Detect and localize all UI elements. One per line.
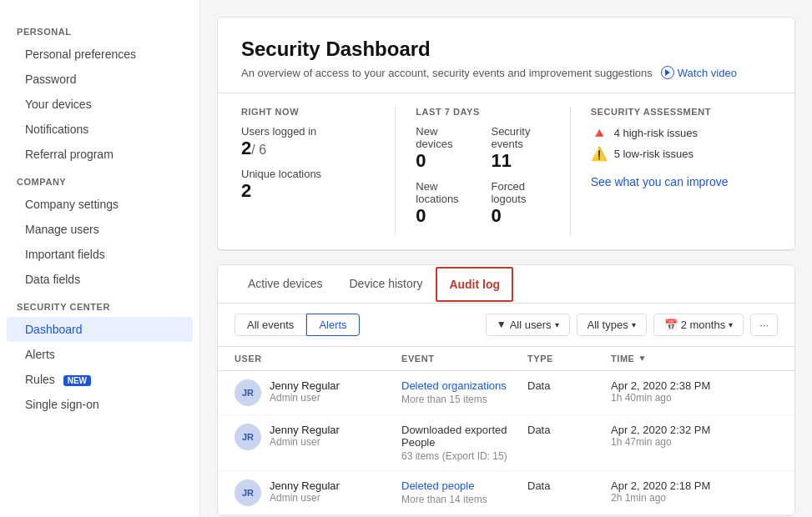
users-logged-in-stat: Users logged in 2/ 6 <box>241 125 375 159</box>
new-locations-stat: New locations 0 <box>416 180 474 227</box>
event-cell: Deleted organizations More than 15 items <box>401 379 527 405</box>
stats-grid: RIGHT NOW Users logged in 2/ 6 Unique lo… <box>218 93 794 250</box>
filters-row: All events Alerts ▼ All users ▾ All type… <box>218 304 794 347</box>
user-role: Admin user <box>270 436 340 448</box>
dashboard-subtitle: An overview of access to your account, s… <box>241 66 771 79</box>
table-row: JR Jenny Regular Admin user Deleted peop… <box>218 471 794 515</box>
table-row-inner: JR Jenny Regular Admin user Deleted peop… <box>218 471 794 514</box>
event-link[interactable]: Deleted organizations <box>401 379 527 392</box>
tab-active-devices[interactable]: Active devices <box>235 265 335 304</box>
tab-audit-log[interactable]: Audit log <box>436 267 513 302</box>
avatar: JR <box>235 479 261 506</box>
main-content: Security Dashboard An overview of access… <box>200 0 812 517</box>
security-dashboard-card: Security Dashboard An overview of access… <box>217 17 795 251</box>
event-sub: More than 15 items <box>401 394 527 405</box>
play-triangle <box>665 69 670 76</box>
sidebar-item-dashboard[interactable]: Dashboard <box>7 317 193 342</box>
security-events-stat: Security events 11 <box>491 125 549 172</box>
alerts-button[interactable]: Alerts <box>306 314 359 336</box>
user-cell: JR Jenny Regular Admin user <box>235 479 401 506</box>
high-risk-text: 4 high-risk issues <box>614 127 698 139</box>
sidebar-item-important-fields[interactable]: Important fields <box>0 242 199 267</box>
event-cell: Deleted people More than 14 items <box>401 479 527 505</box>
event-cell: Downloaded exported People 63 items (Exp… <box>401 424 527 462</box>
forced-logouts-value: 0 <box>491 205 549 227</box>
users-logged-in-value: 2/ 6 <box>241 138 375 159</box>
table-header: USER EVENT TYPE TIME ▼ <box>218 347 794 371</box>
last7-label: LAST 7 DAYS <box>416 107 549 117</box>
more-options-button[interactable]: ··· <box>750 314 778 336</box>
security-events-value: 11 <box>491 150 549 172</box>
rules-new-badge: NEW <box>63 375 91 386</box>
col-type: TYPE <box>527 354 611 364</box>
sidebar-item-single-sign-on[interactable]: Single sign-on <box>0 392 199 417</box>
col-time: TIME ▼ <box>611 354 778 364</box>
sidebar-item-personal-preferences[interactable]: Personal preferences <box>0 42 199 67</box>
sidebar-item-notifications[interactable]: Notifications <box>0 117 199 142</box>
forced-logouts-label: Forced logouts <box>491 180 549 205</box>
low-risk-item: ⚠️ 5 low-risk issues <box>591 146 751 162</box>
user-name: Jenny Regular <box>270 424 340 436</box>
all-types-caret: ▾ <box>632 320 636 329</box>
user-info: Jenny Regular Admin user <box>270 379 340 404</box>
dashboard-title: Security Dashboard <box>241 38 771 61</box>
sidebar-item-company-settings[interactable]: Company settings <box>0 192 199 217</box>
tabs-header: Active devices Device history Audit log <box>218 265 794 304</box>
type-cell: Data <box>527 379 611 392</box>
table-body: JR Jenny Regular Admin user Deleted orga… <box>218 371 794 515</box>
time-cell: Apr 2, 2020 2:18 PM 2h 1min ago <box>611 479 778 504</box>
avatar: JR <box>235 379 261 406</box>
all-events-button[interactable]: All events <box>235 314 306 336</box>
table-row-inner: JR Jenny Regular Admin user Downloaded e… <box>218 415 794 470</box>
all-types-filter[interactable]: All types ▾ <box>577 314 647 336</box>
user-info: Jenny Regular Admin user <box>270 424 340 448</box>
event-sub: 63 items (Export ID: 15) <box>401 450 527 462</box>
stats-security-assessment: SECURITY ASSESSMENT 🔺 4 high-risk issues… <box>570 107 771 236</box>
time-ago: 2h 1min ago <box>611 492 778 504</box>
sidebar-item-password[interactable]: Password <box>0 67 199 92</box>
watch-video-link[interactable]: Watch video <box>661 66 737 79</box>
time-range-filter[interactable]: 📅 2 months ▾ <box>653 314 744 336</box>
col-event: EVENT <box>401 354 527 364</box>
security-section-title: SECURITY CENTER <box>0 292 199 317</box>
sidebar-item-referral-program[interactable]: Referral program <box>0 142 199 167</box>
type-cell: Data <box>527 424 611 436</box>
time-date: Apr 2, 2020 2:32 PM <box>611 424 778 436</box>
sidebar-item-data-fields[interactable]: Data fields <box>0 267 199 292</box>
new-devices-label: New devices <box>416 125 474 150</box>
high-risk-item: 🔺 4 high-risk issues <box>591 125 751 141</box>
new-locations-label: New locations <box>416 180 474 205</box>
low-risk-text: 5 low-risk issues <box>614 148 693 160</box>
sidebar-item-your-devices[interactable]: Your devices <box>0 92 199 117</box>
dashboard-header: Security Dashboard An overview of access… <box>218 18 794 93</box>
sidebar-item-manage-users[interactable]: Manage users <box>0 217 199 242</box>
sort-arrow-icon: ▼ <box>638 354 646 363</box>
new-devices-value: 0 <box>416 150 474 172</box>
user-cell: JR Jenny Regular Admin user <box>235 424 401 450</box>
time-cell: Apr 2, 2020 2:38 PM 1h 40min ago <box>611 379 778 404</box>
time-cell: Apr 2, 2020 2:32 PM 1h 47min ago <box>611 424 778 448</box>
user-name: Jenny Regular <box>270 379 340 392</box>
see-improve-link[interactable]: See what you can improve <box>591 175 729 188</box>
security-events-label: Security events <box>491 125 549 150</box>
time-date: Apr 2, 2020 2:38 PM <box>611 379 778 392</box>
user-name: Jenny Regular <box>270 479 340 492</box>
time-range-caret: ▾ <box>729 320 733 329</box>
sidebar-item-rules[interactable]: Rules NEW <box>0 367 199 392</box>
play-icon <box>661 66 674 79</box>
user-role: Admin user <box>270 492 340 504</box>
audit-log-card: Active devices Device history Audit log … <box>217 264 795 516</box>
unique-locations-value: 2 <box>241 180 375 202</box>
all-users-filter[interactable]: ▼ All users ▾ <box>486 314 570 336</box>
table-row: JR Jenny Regular Admin user Downloaded e… <box>218 415 794 471</box>
avatar: JR <box>235 424 261 450</box>
stats-last-7-days: LAST 7 DAYS New devices 0 Security event… <box>395 107 569 236</box>
event-link[interactable]: Deleted people <box>401 479 527 492</box>
user-info: Jenny Regular Admin user <box>270 479 340 504</box>
unique-locations-label: Unique locations <box>241 168 375 180</box>
event-sub: More than 14 items <box>401 494 527 505</box>
high-risk-icon: 🔺 <box>591 125 608 141</box>
company-section-title: COMPANY <box>0 167 199 192</box>
sidebar-item-alerts[interactable]: Alerts <box>0 342 199 367</box>
tab-device-history[interactable]: Device history <box>335 265 436 304</box>
